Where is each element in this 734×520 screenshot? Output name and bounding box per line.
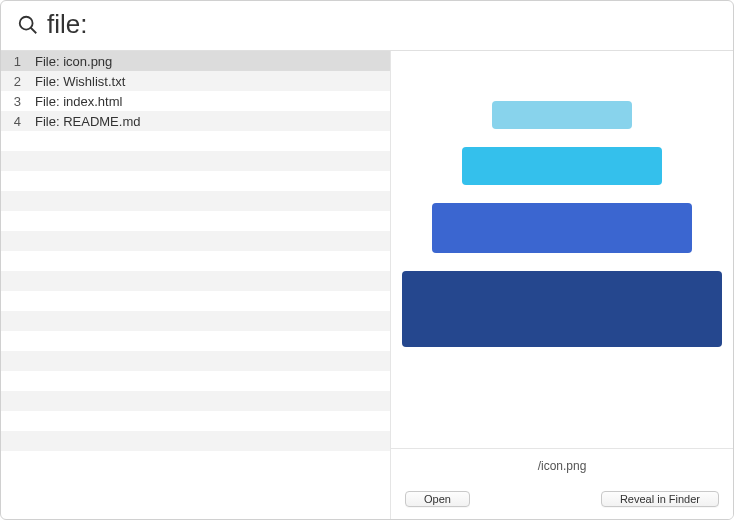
row-number: 1: [1, 54, 31, 69]
row-label: File: icon.png: [31, 54, 390, 69]
preview-path: /icon.png: [391, 448, 733, 491]
reveal-in-finder-button[interactable]: Reveal in Finder: [601, 491, 719, 507]
list-item: [1, 331, 390, 351]
icon-layer-3: [432, 203, 692, 253]
list-item: [1, 291, 390, 311]
preview-actions: Open Reveal in Finder: [391, 491, 733, 519]
content-area: 1File: icon.png2File: Wishlist.txt3File:…: [1, 51, 733, 519]
list-item: [1, 351, 390, 371]
preview-panel: /icon.png Open Reveal in Finder: [391, 51, 733, 519]
list-item: [1, 251, 390, 271]
list-item: [1, 311, 390, 331]
icon-layer-2: [462, 147, 662, 185]
list-item: [1, 171, 390, 191]
list-item: [1, 191, 390, 211]
icon-layer-4: [402, 271, 722, 347]
search-icon: [17, 14, 39, 36]
results-list[interactable]: 1File: icon.png2File: Wishlist.txt3File:…: [1, 51, 391, 519]
search-bar: [1, 1, 733, 51]
svg-point-0: [20, 16, 33, 29]
list-item: [1, 391, 390, 411]
search-input[interactable]: [47, 9, 717, 40]
list-item: [1, 231, 390, 251]
list-item[interactable]: 4File: README.md: [1, 111, 390, 131]
list-item: [1, 131, 390, 151]
list-item[interactable]: 2File: Wishlist.txt: [1, 71, 390, 91]
row-number: 4: [1, 114, 31, 129]
list-item: [1, 271, 390, 291]
preview-image: [391, 51, 733, 448]
list-item[interactable]: 1File: icon.png: [1, 51, 390, 71]
row-number: 3: [1, 94, 31, 109]
row-number: 2: [1, 74, 31, 89]
svg-line-1: [31, 27, 37, 33]
list-item: [1, 411, 390, 431]
list-item: [1, 451, 390, 471]
row-label: File: README.md: [31, 114, 390, 129]
list-item[interactable]: 3File: index.html: [1, 91, 390, 111]
icon-layer-1: [492, 101, 632, 129]
list-item: [1, 211, 390, 231]
list-item: [1, 431, 390, 451]
row-label: File: index.html: [31, 94, 390, 109]
list-item: [1, 151, 390, 171]
row-label: File: Wishlist.txt: [31, 74, 390, 89]
list-item: [1, 371, 390, 391]
open-button[interactable]: Open: [405, 491, 470, 507]
